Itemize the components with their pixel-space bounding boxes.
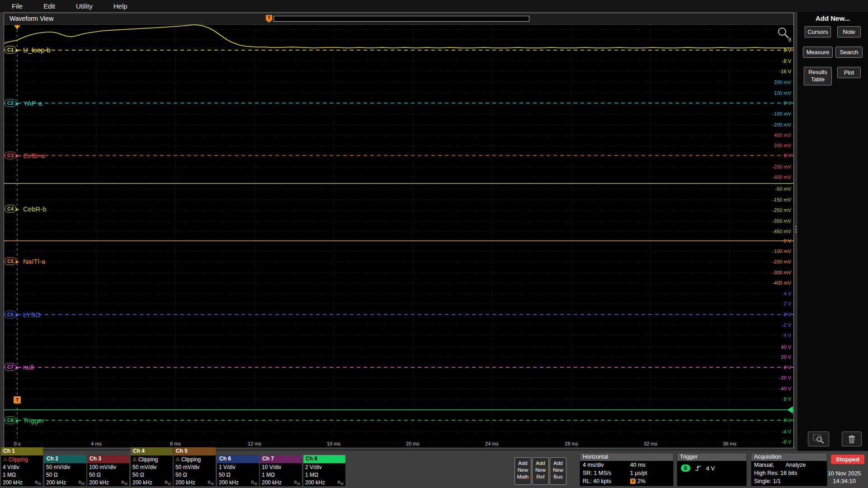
plot-button[interactable]: Plot xyxy=(837,67,861,78)
ch3-settings-badge[interactable]: Ch 3 100 mV/div 50 Ω 200 kHzBW xyxy=(87,455,129,486)
bandwidth-limit-icon: BW xyxy=(294,479,300,486)
c5-badge[interactable]: C5 xyxy=(5,258,16,265)
c7-badge-tail-icon: ▶ xyxy=(16,365,19,369)
c2-badge[interactable]: C2 xyxy=(5,99,16,107)
trigger-level-arrow-icon[interactable] xyxy=(787,406,793,413)
panel-splitter-handle[interactable] xyxy=(794,226,797,237)
channel-handle-c2[interactable]: C2▶ YAP-a xyxy=(5,99,42,107)
ch3-header: Ch 3 xyxy=(87,455,129,463)
results-table-button[interactable]: Results Table xyxy=(804,67,832,85)
c1-badge[interactable]: C1 xyxy=(5,46,16,54)
c4-label: CebR-b xyxy=(23,205,47,213)
ch4-bandwidth: 200 kHz xyxy=(132,479,152,486)
add-new-ref-button[interactable]: AddNewRef xyxy=(532,457,549,485)
ch2-scale: 50 mV/div xyxy=(44,463,86,471)
menu-file[interactable]: File xyxy=(12,2,23,10)
note-button[interactable]: Note xyxy=(837,26,861,38)
add-new-panel: Add New... Cursors Note Measure Search R… xyxy=(797,12,868,451)
trigger-level-marker[interactable]: T xyxy=(14,396,21,404)
bandwidth-limit-icon: BW xyxy=(79,479,85,486)
menu-help[interactable]: Help xyxy=(113,2,127,10)
run-status-badge: Stopped xyxy=(831,455,864,464)
menu-bar: File Edit Utility Help xyxy=(0,0,868,12)
cursors-button[interactable]: Cursors xyxy=(805,26,831,38)
magnifier-icon[interactable] xyxy=(777,26,790,40)
trash-icon xyxy=(848,435,856,444)
add-new-math-button[interactable]: AddNewMath xyxy=(514,457,531,485)
ch2-settings-badge[interactable]: Ch 2 50 mV/div 50 Ω 200 kHzBW xyxy=(44,455,86,486)
sample-rate: SR: 1 MS/s xyxy=(583,470,630,476)
acquisition-header: Acquisition xyxy=(751,453,827,461)
channel-handle-c7[interactable]: C7▶ null xyxy=(5,363,33,371)
ch8-scale: 2 V/div xyxy=(303,463,345,471)
acq-single: Single: 1/1 xyxy=(754,478,781,484)
menu-edit[interactable]: Edit xyxy=(43,2,55,10)
c3-label: CeBr-a xyxy=(23,152,45,160)
ch5-bandwidth: 200 kHz xyxy=(175,479,195,486)
clipping-warning-icon: ⚠ xyxy=(132,456,137,462)
ch6-header: Ch 6 xyxy=(217,455,259,463)
add-new-bus-button[interactable]: AddNewBus xyxy=(550,457,566,485)
ch4-settings-badge[interactable]: Ch 4 ⚠Clipping 50 mV/div 50 Ω 200 kHzBW xyxy=(131,447,173,486)
channel-handle-c8[interactable]: C8▶ Trigger xyxy=(5,417,44,424)
c8-badge[interactable]: C8 xyxy=(5,417,16,424)
c8-label: Trigger xyxy=(23,417,44,424)
rising-edge-icon xyxy=(694,465,702,472)
sample-interval: 1 µs/pt xyxy=(630,470,647,476)
bandwidth-limit-icon: BW xyxy=(165,479,171,486)
trigger-level-value: 4 V xyxy=(706,465,715,472)
channel-handle-c1[interactable]: C1▶ U_loop-b xyxy=(5,46,51,54)
channel-handle-c5[interactable]: C5▶ NaITl-a xyxy=(5,258,45,265)
c6-badge[interactable]: C6 xyxy=(5,311,16,319)
ch4-header: Ch 4 xyxy=(131,447,173,455)
ch8-impedance: 1 MΩ xyxy=(303,471,345,479)
time-display: 14:34:10 xyxy=(823,478,866,484)
ch1-header: Ch 1 xyxy=(1,447,43,455)
waveform-view-titlebar: Waveform View T xyxy=(4,13,793,25)
channel-handle-c3[interactable]: C3▶ CeBr-a xyxy=(5,152,45,160)
menu-utility[interactable]: Utility xyxy=(76,2,93,10)
c4-badge-tail-icon: ▶ xyxy=(16,206,19,211)
ch7-header: Ch 7 xyxy=(260,455,302,463)
ch7-settings-badge[interactable]: Ch 7 10 V/div 1 MΩ 200 kHzBW xyxy=(260,455,302,486)
c1-label: U_loop-b xyxy=(23,46,51,54)
c1-badge-tail-icon: ▶ xyxy=(16,47,19,52)
ch7-scale: 10 V/div xyxy=(260,463,302,471)
channel-handle-c6[interactable]: C6▶ LYSO xyxy=(5,311,41,319)
ch5-impedance: 50 Ω xyxy=(174,471,216,479)
c4-badge[interactable]: C4 xyxy=(5,205,16,213)
horizontal-settings-badge[interactable]: Horizontal 4 ms/div40 ms SR: 1 MS/s1 µs/… xyxy=(580,453,674,486)
channel-handle-c4[interactable]: C4▶ CebR-b xyxy=(5,205,47,213)
bandwidth-limit-icon: BW xyxy=(338,479,344,486)
c5-badge-tail-icon: ▶ xyxy=(16,259,19,263)
ch7-bandwidth: 200 kHz xyxy=(262,479,282,486)
record-overview-bar[interactable] xyxy=(274,16,529,22)
zoom-mode-button[interactable] xyxy=(808,432,829,446)
delete-button[interactable] xyxy=(842,432,862,446)
ch7-impedance: 1 MΩ xyxy=(260,471,302,479)
acquisition-settings-badge[interactable]: Acquisition Manual,Analyze High Res: 16 … xyxy=(751,453,827,486)
ch6-settings-badge[interactable]: Ch 6 1 V/div 50 Ω 200 kHzBW xyxy=(217,455,259,486)
ch5-header: Ch 5 xyxy=(174,447,216,455)
trigger-settings-badge[interactable]: Trigger 8 4 V xyxy=(677,453,747,486)
c3-badge[interactable]: C3 xyxy=(5,152,16,160)
trigger-position-marker-icon[interactable]: T xyxy=(266,15,272,23)
horizontal-header: Horizontal xyxy=(580,453,673,461)
ch4-impedance: 50 Ω xyxy=(131,471,173,479)
ch8-settings-badge[interactable]: Ch 8 2 V/div 1 MΩ 200 kHzBW xyxy=(303,455,345,486)
ch5-settings-badge[interactable]: Ch 5 ⚠Clipping 50 mV/div 50 Ω 200 kHzBW xyxy=(174,447,216,486)
search-button[interactable]: Search xyxy=(835,47,863,58)
ch1-bandwidth: 200 kHz xyxy=(3,479,23,486)
ch1-settings-badge[interactable]: Ch 1 ⚠Clipping 4 V/div 1 MΩ 200 kHzBW xyxy=(1,447,43,486)
c7-badge[interactable]: C7 xyxy=(5,363,16,371)
c8-badge-tail-icon: ▶ xyxy=(16,418,19,422)
status-bar: Ch 1 ⚠Clipping 4 V/div 1 MΩ 200 kHzBW Ch… xyxy=(0,451,868,488)
c6-label: LYSO xyxy=(23,311,41,319)
ch4-scale: 50 mV/div xyxy=(131,463,173,471)
trigger-time-marker-icon[interactable] xyxy=(14,25,20,29)
record-length: RL: 40 kpts xyxy=(583,478,630,484)
clipping-text: Clipping xyxy=(181,456,201,463)
measure-button[interactable]: Measure xyxy=(803,47,833,58)
ch3-scale: 100 mV/div xyxy=(87,463,129,471)
ch6-scale: 1 V/div xyxy=(217,463,259,471)
